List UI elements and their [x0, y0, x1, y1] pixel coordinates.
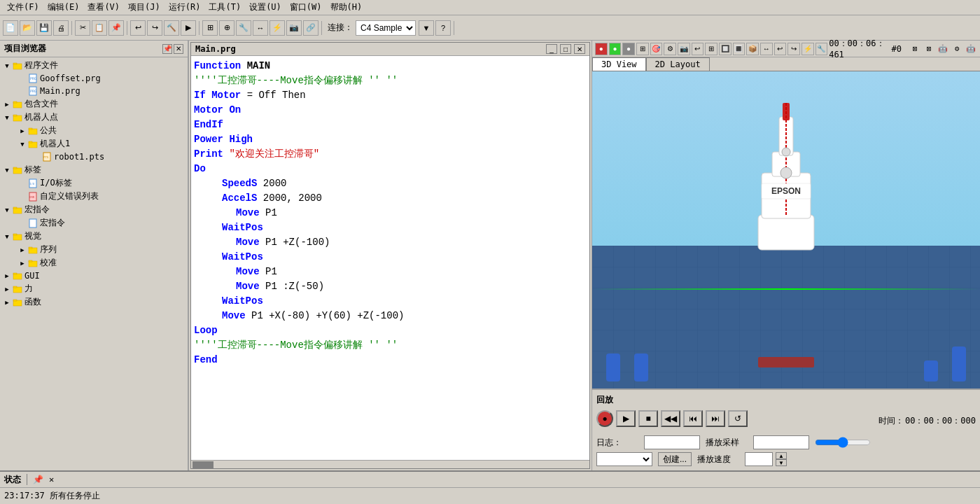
tab-2d[interactable]: 2D Layout	[646, 57, 710, 71]
browser-pin-btn[interactable]: 📌	[162, 44, 172, 54]
editor-close-btn[interactable]: ✕	[574, 44, 585, 54]
grid-btn[interactable]: ⊞	[202, 20, 218, 36]
paste-btn[interactable]: 📌	[108, 20, 124, 36]
editor-content[interactable]: Function MAIN ''''工控滞哥----Move指令偏移讲解 '' …	[191, 56, 589, 460]
pb-log-select[interactable]	[596, 452, 652, 466]
tree-item-gui[interactable]: ▶ GUI	[1, 270, 186, 282]
tree-item-programs[interactable]: ▼ 程序文件	[1, 59, 186, 72]
tree-item-public[interactable]: ▶ 公共	[1, 124, 186, 137]
view-tool5-btn[interactable]: ↩	[692, 43, 704, 55]
link-btn[interactable]: 🔗	[303, 20, 318, 36]
browser-close-btn[interactable]: ✕	[174, 44, 183, 54]
menu-help[interactable]: 帮助(H)	[326, 0, 367, 15]
status-pin-btn[interactable]: 📌	[33, 475, 43, 484]
help-btn[interactable]: ?	[435, 20, 451, 36]
tree-item-gooffset[interactable]: PRG Gooffset.prg	[1, 72, 186, 85]
undo-btn[interactable]: ↩	[130, 20, 146, 36]
status-close-btn[interactable]: ✕	[49, 475, 54, 484]
tree-item-robot1[interactable]: ▼ 机器人1	[1, 137, 186, 150]
io-btn[interactable]: ⚡	[270, 20, 285, 36]
svg-point-46	[780, 167, 792, 178]
tree-label-robot1: 机器人1	[40, 138, 70, 150]
copy-btn[interactable]: 📋	[92, 20, 107, 36]
menu-edit[interactable]: 编辑(E)	[43, 0, 84, 15]
next-btn[interactable]: ⏭	[706, 410, 725, 427]
tree-item-iolabel[interactable]: I/O I/O标签	[1, 176, 186, 190]
menu-tools[interactable]: 工具(T)	[204, 0, 245, 15]
tool-btn[interactable]: 🔧	[236, 20, 251, 36]
tree-item-main[interactable]: PRG Main.prg	[1, 85, 186, 97]
color-red-btn[interactable]: ●	[595, 43, 608, 55]
view-tool2-btn[interactable]: 🎯	[650, 43, 663, 55]
view-tool13-btn[interactable]: ⚡	[802, 43, 814, 55]
menu-window[interactable]: 窗口(W)	[286, 0, 326, 15]
record-btn[interactable]: ●	[596, 410, 613, 427]
refresh-btn[interactable]: ↺	[728, 410, 748, 427]
run-btn[interactable]: ▶	[181, 20, 196, 36]
speed-down-btn[interactable]: ▼	[776, 459, 787, 466]
menu-file[interactable]: 文件(F)	[3, 0, 43, 15]
view-tool8-btn[interactable]: 🔳	[733, 43, 746, 55]
cut-btn[interactable]: ✂	[75, 20, 90, 36]
tree-item-macro-file[interactable]: 宏指令	[1, 216, 186, 230]
editor-scrollbar[interactable]	[191, 460, 589, 468]
prev-frame-btn[interactable]: ◀◀	[661, 410, 680, 427]
view-tool3-btn[interactable]: ⚙	[664, 43, 676, 55]
tree-item-robot1pts[interactable]: PTS robot1.pts	[1, 150, 186, 163]
editor-minimize-btn[interactable]: _	[546, 44, 557, 54]
editor-maximize-btn[interactable]: □	[560, 44, 571, 54]
prev-btn[interactable]: ⏮	[683, 410, 703, 427]
pb-log-input[interactable]	[644, 435, 700, 449]
view-tool7-btn[interactable]: 🔲	[719, 43, 732, 55]
tree-item-sequence[interactable]: ▶ 序列	[1, 243, 186, 256]
print-btn[interactable]: 🖨	[53, 20, 69, 36]
connect-select[interactable]: C4 Sample C3 Sample	[356, 20, 416, 36]
build-btn[interactable]: 🔨	[164, 20, 179, 36]
speed-up-btn[interactable]: ▲	[776, 452, 787, 459]
playback-slider[interactable]	[815, 437, 871, 448]
menu-run[interactable]: 运行(R)	[164, 0, 205, 15]
stop-btn[interactable]: ■	[638, 410, 658, 427]
redo-btn[interactable]: ↪	[147, 20, 162, 36]
code-line-20: ''''工控滞哥----Move指令偏移讲解 '' ''	[194, 338, 587, 353]
view-tool4-btn[interactable]: 📷	[678, 43, 690, 55]
tree-item-calib[interactable]: ▶ 校准	[1, 256, 186, 270]
sep2	[127, 21, 127, 35]
move-btn[interactable]: ↔	[253, 20, 268, 36]
svg-text:ERR: ERR	[29, 195, 35, 199]
pb-create-btn[interactable]: 创建...	[658, 452, 692, 466]
play-btn[interactable]: ▶	[616, 410, 636, 427]
tree-item-functions[interactable]: ▶ 函数	[1, 295, 186, 309]
speed-input[interactable]: 4	[745, 452, 773, 466]
view-tool10-btn[interactable]: ↔	[760, 43, 773, 55]
save-btn[interactable]: 💾	[36, 20, 52, 36]
tree-item-vision[interactable]: ▼ 视觉	[1, 230, 186, 243]
folder-force-icon	[12, 284, 23, 295]
color-green-btn[interactable]: ●	[609, 43, 622, 55]
view-tool14-btn[interactable]: 🔧	[816, 43, 828, 55]
view-tool12-btn[interactable]: ↪	[788, 43, 800, 55]
new-btn[interactable]: 📄	[3, 20, 18, 36]
pb-sample-input[interactable]	[753, 435, 809, 449]
color-gray-btn[interactable]: ●	[622, 43, 635, 55]
view-tool1-btn[interactable]: ⊞	[636, 43, 649, 55]
tab-3d[interactable]: 3D View	[592, 57, 646, 71]
time-icons: ⊠ ⊠ 🤖 ⚙ 🤖	[909, 43, 977, 55]
tree-item-labels[interactable]: ▼ 标签	[1, 163, 186, 176]
view-tool9-btn[interactable]: 📦	[746, 43, 759, 55]
cam-btn[interactable]: 📷	[286, 20, 302, 36]
connect-dropdown-btn[interactable]: ▼	[419, 20, 434, 36]
point-btn[interactable]: ⊕	[219, 20, 234, 36]
view-tool11-btn[interactable]: ↩	[774, 43, 787, 55]
tree-item-macros[interactable]: ▼ 宏指令	[1, 203, 186, 216]
tree-item-customerror[interactable]: ERR 自定义错误列表	[1, 190, 186, 203]
open-btn[interactable]: 📂	[20, 20, 35, 36]
tree-item-includes[interactable]: ▶ 包含文件	[1, 97, 186, 111]
menu-project[interactable]: 项目(J)	[124, 0, 164, 15]
tree-item-force[interactable]: ▶ 力	[1, 282, 186, 295]
menu-settings[interactable]: 设置(U)	[245, 0, 286, 15]
view-tool6-btn[interactable]: ⊞	[705, 43, 718, 55]
menu-view[interactable]: 查看(V)	[83, 0, 124, 15]
code-line-14: WaitPos	[194, 250, 587, 265]
tree-item-robotpoints[interactable]: ▼ 机器人点	[1, 111, 186, 124]
